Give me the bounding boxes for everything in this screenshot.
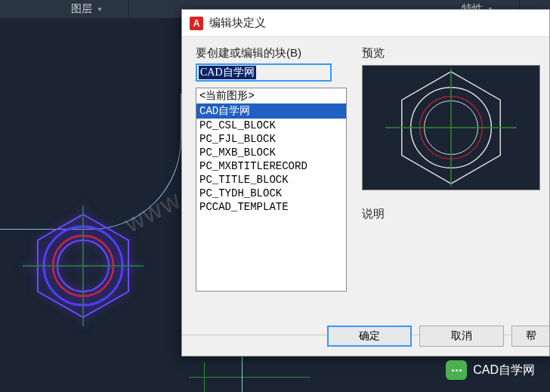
autocad-icon: A [190,17,203,30]
dialog-title: 编辑块定义 [209,16,266,30]
block-name-value: CAD自学网 [199,66,256,79]
ok-button[interactable]: 确定 [327,326,412,347]
brand-watermark: CAD自学网 [446,360,535,380]
list-item[interactable]: CAD自学网 [196,103,346,119]
edit-block-dialog: A 编辑块定义 要创建或编辑的块(B) CAD自学网 <当前图形>CAD自学网P… [181,9,550,357]
preview-label: 预览 [362,46,550,60]
brand-text: CAD自学网 [473,363,535,378]
list-item[interactable]: PC_FJL_BLOCK [196,132,346,146]
list-item[interactable]: PC_TYDH_BLOCK [196,187,346,200]
cancel-button[interactable]: 取消 [419,326,504,347]
block-listbox[interactable]: <当前图形>CAD自学网PC_CSL_BLOCKPC_FJL_BLOCKPC_M… [196,88,347,292]
list-item[interactable]: PCCAD_TEMPLATE [196,200,346,214]
help-button[interactable]: 帮 [511,326,549,347]
list-item[interactable]: PC_MXBTITLERECORD [196,159,346,173]
toolbar-layers[interactable]: 图层 ▼ [45,0,129,18]
list-item[interactable]: PC_MXB_BLOCK [196,146,346,159]
block-name-input[interactable]: CAD自学网 [196,63,332,82]
toolbar-layers-label: 图层 [71,2,92,16]
hex-nut-block [23,205,144,326]
dialog-titlebar[interactable]: A 编辑块定义 [182,10,549,37]
wechat-icon [446,360,467,380]
list-item[interactable]: PC_CSL_BLOCK [196,119,346,132]
list-item[interactable]: <当前图形> [196,88,346,103]
list-item[interactable]: PC_TITLE_BLOCK [196,173,346,187]
block-preview [362,65,540,190]
description-label: 说明 [362,207,550,221]
chevron-down-icon: ▼ [97,6,103,13]
